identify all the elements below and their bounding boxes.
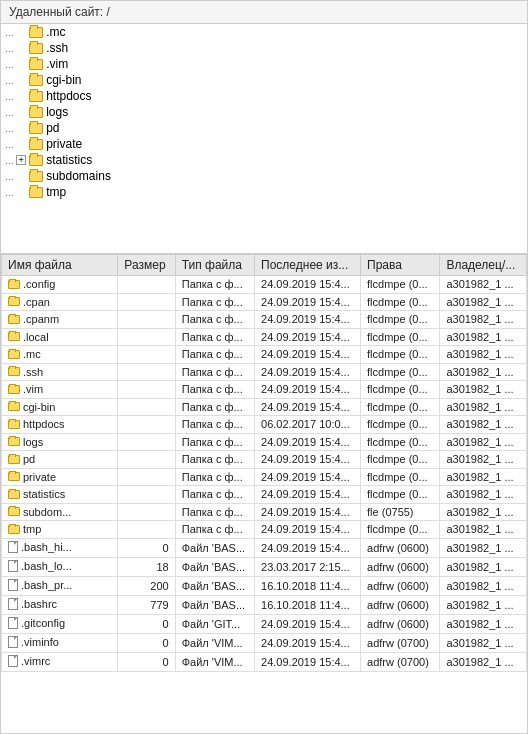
column-header-0[interactable]: Имя файла (2, 255, 118, 276)
file-name: .ssh (23, 366, 43, 378)
tree-dots: ... (5, 74, 14, 86)
cell-perm: adfrw (0600) (361, 538, 440, 557)
table-row[interactable]: .cpanПапка с ф...24.09.2019 15:4...flcdm… (2, 293, 527, 311)
file-icon (8, 598, 18, 610)
cell-perm: flcdmpe (0... (361, 521, 440, 539)
table-row[interactable]: .gitconfig0Файл 'GIT...24.09.2019 15:4..… (2, 614, 527, 633)
cell-name: logs (2, 433, 118, 451)
cell-size (118, 398, 175, 416)
cell-date: 24.09.2019 15:4... (255, 398, 361, 416)
file-table: Имя файлаРазмерТип файлаПоследнее из...П… (1, 254, 527, 672)
cell-perm: fle (0755) (361, 503, 440, 521)
tree-item[interactable]: ...httpdocs (1, 88, 527, 104)
cell-name: cgi-bin (2, 398, 118, 416)
file-name: .cpanm (23, 313, 59, 325)
file-name: statistics (23, 488, 65, 500)
cell-owner: a301982_1 ... (440, 538, 527, 557)
file-name: .bash_hi... (21, 541, 72, 553)
tree-panel[interactable]: ....mc....ssh....vim...cgi-bin...httpdoc… (0, 24, 528, 254)
table-row[interactable]: .cpanmПапка с ф...24.09.2019 15:4...flcd… (2, 311, 527, 329)
table-row[interactable]: .viminfo0Файл 'VIM...24.09.2019 15:4...a… (2, 633, 527, 652)
tree-item-label: subdomains (46, 169, 111, 183)
cell-owner: a301982_1 ... (440, 486, 527, 504)
cell-owner: a301982_1 ... (440, 614, 527, 633)
table-row[interactable]: tmpПапка с ф...24.09.2019 15:4...flcdmpe… (2, 521, 527, 539)
cell-owner: a301982_1 ... (440, 381, 527, 399)
tree-item[interactable]: ....mc (1, 24, 527, 40)
table-row[interactable]: logsПапка с ф...24.09.2019 15:4...flcdmp… (2, 433, 527, 451)
cell-name: .bash_pr... (2, 576, 118, 595)
table-row[interactable]: .bashrc779Файл 'BAS...16.10.2018 11:4...… (2, 595, 527, 614)
file-name: cgi-bin (23, 401, 55, 413)
file-icon (8, 636, 18, 648)
table-row[interactable]: pdПапка с ф...24.09.2019 15:4...flcdmpe … (2, 451, 527, 469)
folder-icon (28, 89, 44, 103)
file-name: .bash_pr... (21, 579, 72, 591)
tree-item-label: tmp (46, 185, 66, 199)
cell-name: .vimrc (2, 652, 118, 671)
remote-label: Удаленный сайт: (9, 5, 103, 19)
table-row[interactable]: .mcПапка с ф...24.09.2019 15:4...flcdmpe… (2, 346, 527, 364)
file-panel[interactable]: Имя файлаРазмерТип файлаПоследнее из...П… (0, 254, 528, 734)
table-row[interactable]: cgi-binПапка с ф...24.09.2019 15:4...flc… (2, 398, 527, 416)
main-container: Удаленный сайт: / ....mc....ssh....vim..… (0, 0, 528, 734)
folder-icon (28, 121, 44, 135)
column-header-1[interactable]: Размер (118, 255, 175, 276)
tree-item[interactable]: ...+statistics (1, 152, 527, 168)
column-header-5[interactable]: Владелец/... (440, 255, 527, 276)
table-row[interactable]: .configПапка с ф...24.09.2019 15:4...flc… (2, 276, 527, 294)
cell-type: Папка с ф... (175, 486, 254, 504)
file-name: .config (23, 278, 55, 290)
table-row[interactable]: subdom...Папка с ф...24.09.2019 15:4...f… (2, 503, 527, 521)
file-name: .local (23, 331, 49, 343)
tree-item[interactable]: ....ssh (1, 40, 527, 56)
cell-type: Папка с ф... (175, 381, 254, 399)
cell-owner: a301982_1 ... (440, 398, 527, 416)
table-row[interactable]: .bash_hi...0Файл 'BAS...24.09.2019 15:4.… (2, 538, 527, 557)
table-row[interactable]: statisticsПапка с ф...24.09.2019 15:4...… (2, 486, 527, 504)
column-header-3[interactable]: Последнее из... (255, 255, 361, 276)
cell-date: 16.10.2018 11:4... (255, 576, 361, 595)
tree-item[interactable]: ....vim (1, 56, 527, 72)
tree-dots: ... (5, 58, 14, 70)
cell-name: .ssh (2, 363, 118, 381)
tree-item[interactable]: ...subdomains (1, 168, 527, 184)
cell-date: 24.09.2019 15:4... (255, 538, 361, 557)
folder-icon (28, 41, 44, 55)
expand-icon[interactable]: + (16, 155, 26, 165)
table-row[interactable]: .vimrc0Файл 'VIM...24.09.2019 15:4...adf… (2, 652, 527, 671)
tree-dots: ... (5, 26, 14, 38)
top-panel: Удаленный сайт: / (0, 0, 528, 24)
tree-item[interactable]: ...tmp (1, 184, 527, 200)
cell-perm: flcdmpe (0... (361, 276, 440, 294)
cell-type: Папка с ф... (175, 433, 254, 451)
table-row[interactable]: .bash_lo...18Файл 'BAS...23.03.2017 2:15… (2, 557, 527, 576)
file-name: .bashrc (21, 598, 57, 610)
cell-owner: a301982_1 ... (440, 346, 527, 364)
cell-perm: adfrw (0600) (361, 595, 440, 614)
cell-owner: a301982_1 ... (440, 521, 527, 539)
cell-owner: a301982_1 ... (440, 576, 527, 595)
cell-size (118, 346, 175, 364)
table-row[interactable]: .vimПапка с ф...24.09.2019 15:4...flcdmp… (2, 381, 527, 399)
table-row[interactable]: .sshПапка с ф...24.09.2019 15:4...flcdmp… (2, 363, 527, 381)
cell-type: Файл 'BAS... (175, 538, 254, 557)
cell-name: subdom... (2, 503, 118, 521)
file-name: .cpan (23, 296, 50, 308)
tree-item[interactable]: ...cgi-bin (1, 72, 527, 88)
cell-owner: a301982_1 ... (440, 293, 527, 311)
table-row[interactable]: privateПапка с ф...24.09.2019 15:4...flc… (2, 468, 527, 486)
tree-item[interactable]: ...private (1, 136, 527, 152)
column-header-2[interactable]: Тип файла (175, 255, 254, 276)
table-row[interactable]: .localПапка с ф...24.09.2019 15:4...flcd… (2, 328, 527, 346)
folder-icon (8, 280, 20, 289)
cell-type: Папка с ф... (175, 328, 254, 346)
tree-item[interactable]: ...logs (1, 104, 527, 120)
folder-icon (8, 420, 20, 429)
table-row[interactable]: .bash_pr...200Файл 'BAS...16.10.2018 11:… (2, 576, 527, 595)
tree-item[interactable]: ...pd (1, 120, 527, 136)
column-header-4[interactable]: Права (361, 255, 440, 276)
table-row[interactable]: httpdocsПапка с ф...06.02.2017 10:0...fl… (2, 416, 527, 434)
cell-owner: a301982_1 ... (440, 503, 527, 521)
cell-size (118, 276, 175, 294)
